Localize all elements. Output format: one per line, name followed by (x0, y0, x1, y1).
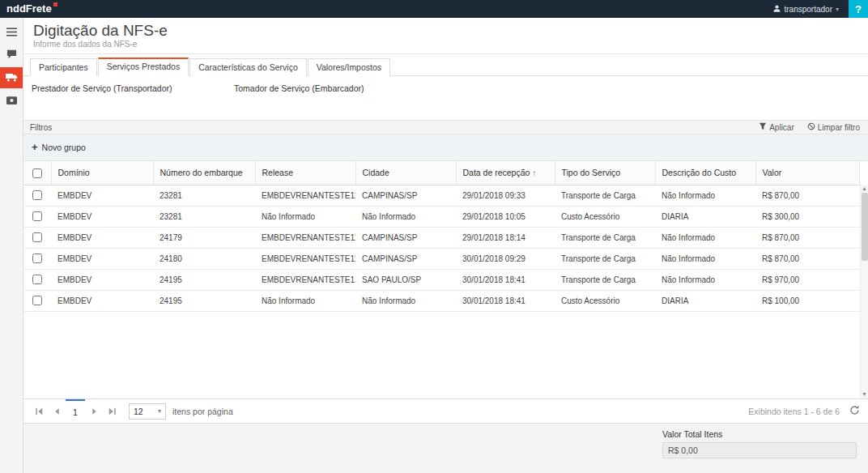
new-group-button[interactable]: + Novo grupo (32, 143, 86, 152)
tab-valores-impostos[interactable]: Valores/Impostos (308, 58, 390, 76)
tab-caracteristicas-do-servico[interactable]: Características do Serviço (189, 58, 307, 76)
table-cell: 23281 (153, 185, 255, 206)
row-checkbox[interactable] (32, 232, 42, 242)
table-cell: CAMPINAS/SP (355, 227, 456, 248)
table-cell: 23281 (153, 206, 255, 227)
page-number-selected[interactable]: 1 (66, 399, 85, 423)
scrollbar-track[interactable] (861, 193, 868, 390)
tabstrip: Participantes Serviços Prestados Caracte… (23, 54, 868, 76)
table-cell: Custo Acessório (555, 206, 655, 227)
page-header: Digitação da NFS-e Informe dos dados da … (23, 18, 868, 54)
column-header[interactable]: Tipo do Serviço (555, 161, 655, 185)
table-cell: Transporte de Carga (555, 185, 655, 206)
scrollbar-thumb[interactable] (862, 193, 868, 261)
table-cell: EMBDEV (51, 185, 153, 206)
items-per-page-label: itens por página (172, 407, 233, 416)
table-cell: 24195 (153, 290, 255, 311)
page-size-value: 12 (134, 407, 143, 416)
first-page-button[interactable] (30, 399, 48, 423)
table-row[interactable]: EMBDEV23281Não InformadoNão Informado29/… (23, 206, 860, 227)
row-checkbox[interactable] (32, 296, 42, 305)
table-cell: R$ 870,00 (755, 227, 860, 248)
cancel-icon (807, 122, 815, 132)
user-menu[interactable]: transportador ▾ (772, 4, 840, 15)
footer-area: Valor Total Itens (23, 423, 868, 473)
column-header[interactable]: Domínio (51, 161, 153, 185)
tab-participantes[interactable]: Participantes (30, 58, 97, 76)
column-header[interactable]: Valor (755, 161, 860, 185)
pager-status: Exibindo itens 1 - 6 de 6 (748, 407, 840, 416)
table-cell: EMBDEV (51, 206, 153, 227)
row-checkbox-cell (23, 206, 51, 227)
user-icon (772, 4, 781, 15)
hamburger-icon (6, 25, 17, 40)
table-cell: SAO PAULO/SP (355, 269, 456, 290)
sidebar-menu-toggle[interactable] (0, 22, 23, 43)
table-cell: Transporte de Carga (555, 248, 655, 269)
clear-filter-button[interactable]: Limpar filtro (807, 122, 860, 132)
filters-actions: Aplicar Limpar filtro (759, 122, 860, 132)
table-cell: EMBDEVRENANTESTE117 (255, 248, 355, 269)
table-cell: R$ 300,00 (755, 206, 860, 227)
row-checkbox[interactable] (32, 211, 42, 221)
table-cell: R$ 870,00 (755, 185, 860, 206)
table-cell: Custo Acessório (555, 290, 655, 311)
sort-asc-icon: ↑ (530, 168, 536, 177)
row-checkbox-cell (23, 269, 51, 290)
column-header[interactable]: Cidade (355, 161, 456, 185)
table-cell: EMBDEV (51, 227, 153, 248)
row-checkbox[interactable] (32, 254, 42, 263)
previous-page-button[interactable] (48, 399, 66, 423)
clear-filter-label: Limpar filtro (818, 123, 860, 132)
filters-title: Filtros (30, 123, 52, 132)
row-checkbox-cell (23, 290, 51, 311)
column-header[interactable]: Release (255, 161, 355, 185)
row-checkbox[interactable] (32, 190, 42, 200)
row-checkbox-cell (23, 227, 51, 248)
column-header[interactable]: Descrição do Custo (655, 161, 755, 185)
scroll-up-icon[interactable]: ▲ (862, 185, 867, 193)
table-cell: 30/01/2018 09:29 (456, 248, 555, 269)
total-value-input[interactable] (662, 442, 857, 458)
row-checkbox[interactable] (32, 275, 42, 284)
table-row[interactable]: EMBDEV24179EMBDEVRENANTESTE116CAMPINAS/S… (23, 227, 860, 248)
last-page-button[interactable] (103, 399, 121, 423)
sidebar-item-payments[interactable] (0, 90, 23, 111)
refresh-button[interactable] (849, 404, 860, 419)
column-header[interactable]: Data de recepção ↑ (456, 161, 555, 185)
vertical-scrollbar[interactable]: ▲ ▼ (860, 185, 868, 398)
select-all-checkbox[interactable] (32, 168, 42, 178)
table-cell: 24180 (153, 248, 255, 269)
table-cell: 30/01/2018 18:41 (456, 269, 555, 290)
sidebar-item-freight[interactable] (0, 67, 23, 88)
table-cell: 30/01/2018 18:41 (456, 290, 555, 311)
table-cell: Transporte de Carga (555, 269, 655, 290)
table-cell: 29/01/2018 10:05 (456, 206, 555, 227)
table-cell: R$ 100,00 (755, 290, 860, 311)
table-row[interactable]: EMBDEV24180EMBDEVRENANTESTE117CAMPINAS/S… (23, 248, 860, 269)
sidebar-item-messages[interactable] (0, 45, 23, 66)
column-header[interactable]: Número do embarque (153, 161, 255, 185)
select-all-cell (23, 161, 51, 185)
table-cell: R$ 870,00 (755, 248, 860, 269)
table-cell: Não Informado (355, 206, 456, 227)
table-row[interactable]: EMBDEV24195EMBDEVRENANTESTE120SAO PAULO/… (23, 269, 860, 290)
logo-red-square-icon (53, 2, 57, 6)
table-cell: 24195 (153, 269, 255, 290)
tab-servicos-prestados[interactable]: Serviços Prestados (98, 58, 189, 76)
total-block: Valor Total Itens (662, 429, 857, 473)
help-button[interactable]: ? (849, 0, 868, 18)
app-logo[interactable]: nddFrete (6, 0, 57, 18)
app-window: nddFrete transportador ▾ ? (0, 0, 868, 473)
apply-filter-button[interactable]: Aplicar (759, 122, 794, 132)
table-row[interactable]: EMBDEV23281EMBDEVRENANTESTE115CAMPINAS/S… (23, 185, 860, 206)
table-row[interactable]: EMBDEV24195Não InformadoNão Informado30/… (23, 290, 860, 311)
tomador-label: Tomador de Serviço (Embarcador) (234, 83, 436, 120)
scroll-down-icon[interactable]: ▼ (862, 390, 867, 398)
page-subtitle: Informe dos dados da NFS-e (33, 40, 858, 49)
table-cell: CAMPINAS/SP (355, 185, 456, 206)
plus-icon: + (32, 143, 38, 151)
new-group-label: Novo grupo (42, 143, 86, 152)
page-size-dropdown[interactable]: 12 ▾ (129, 403, 166, 420)
next-page-button[interactable] (85, 399, 103, 423)
